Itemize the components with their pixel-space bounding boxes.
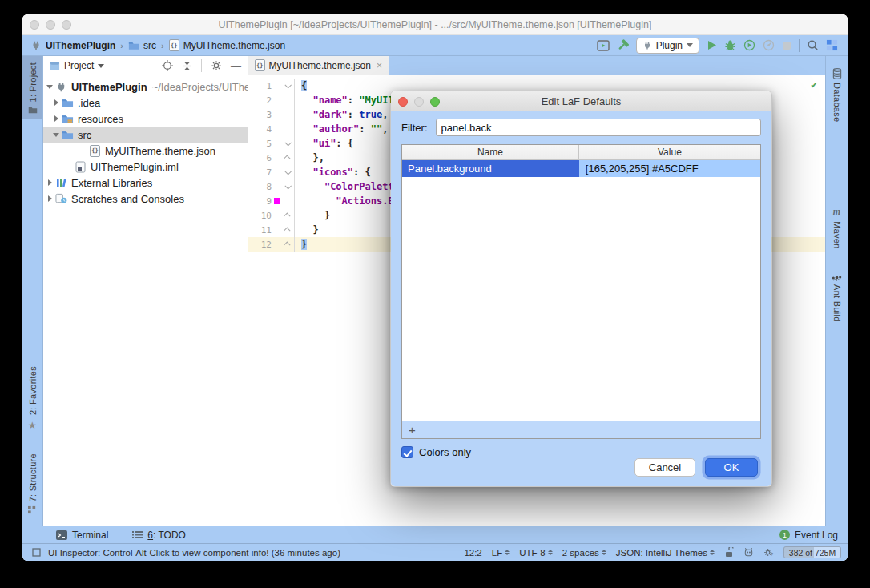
run-with-coverage-button[interactable] — [743, 39, 755, 51]
breadcrumb-src[interactable]: src — [143, 40, 156, 51]
run-configuration-select[interactable]: Plugin — [636, 38, 699, 54]
locate-file-icon[interactable] — [162, 60, 173, 71]
filter-input[interactable] — [436, 119, 762, 136]
colors-only-checkbox[interactable] — [401, 446, 413, 458]
chevron-expanded-icon[interactable] — [45, 85, 54, 89]
project-folder-icon — [28, 106, 38, 114]
gear-icon[interactable] — [211, 60, 222, 71]
editor-gutter[interactable]: 12 — [248, 237, 295, 252]
stop-button[interactable] — [782, 41, 791, 50]
folder-icon — [61, 96, 75, 109]
hide-panel-icon[interactable]: — — [231, 60, 241, 72]
indent-widget[interactable]: 2 spaces — [562, 548, 606, 558]
editor-gutter[interactable]: 11 — [248, 223, 295, 237]
close-tab-icon[interactable]: × — [377, 60, 382, 71]
caret-position-widget[interactable]: 12:2 — [464, 548, 481, 558]
updown-icon — [548, 550, 553, 555]
sidebar-item-maven[interactable]: m Maven — [832, 200, 842, 255]
memory-indicator[interactable]: 382 of 725M — [783, 546, 841, 558]
editor-gutter[interactable]: 7 — [248, 165, 295, 179]
tree-item-external-libraries[interactable]: External Libraries — [43, 175, 248, 191]
sidebar-item-ant-build[interactable]: Ant Build — [832, 268, 842, 328]
close-window-button[interactable] — [30, 20, 39, 30]
fold-marker-icon[interactable] — [283, 83, 292, 88]
terminal-button[interactable]: Terminal — [56, 530, 108, 541]
lock-icon[interactable] — [724, 547, 734, 558]
structure-stripe-label: 7: Structure — [28, 453, 38, 501]
editor-gutter[interactable]: 8 — [248, 179, 295, 194]
editor-tab[interactable]: {} MyUITheme.theme.json × — [248, 56, 389, 75]
fold-marker-icon[interactable] — [283, 141, 292, 146]
editor-gutter[interactable]: 10 — [248, 208, 295, 223]
tree-item--idea[interactable]: .idea — [43, 95, 248, 111]
column-header-name[interactable]: Name — [402, 145, 579, 159]
chevron-collapsed-icon[interactable] — [45, 195, 54, 202]
editor-gutter[interactable]: 3 — [248, 107, 295, 122]
sidebar-item-favorites[interactable]: 2: Favorites ★ — [28, 360, 38, 435]
tree-item-myuitheme-theme-json[interactable]: {}MyUITheme.theme.json — [43, 143, 248, 159]
fold-marker-icon[interactable] — [283, 170, 292, 175]
dialog-zoom-button[interactable] — [430, 97, 440, 107]
build-hammer-icon[interactable] — [617, 39, 629, 51]
highlighting-level-icon[interactable] — [743, 547, 754, 558]
chevron-collapsed-icon[interactable] — [45, 179, 54, 186]
status-message[interactable]: UI Inspector: Control-Alt-Click to view … — [48, 548, 340, 558]
debug-button[interactable] — [724, 39, 736, 51]
minimize-window-button[interactable] — [46, 20, 55, 30]
gear-question-icon[interactable]: ? — [763, 547, 774, 558]
editor-gutter[interactable]: 2 — [248, 93, 295, 107]
encoding-widget[interactable]: UTF-8 — [519, 548, 553, 558]
ok-button[interactable]: OK — [705, 458, 758, 477]
code-text: "ui": { — [295, 138, 353, 149]
chevron-collapsed-icon[interactable] — [51, 99, 61, 106]
collapse-all-icon[interactable] — [182, 61, 192, 71]
color-preview-swatch[interactable] — [273, 198, 281, 204]
zoom-window-button[interactable] — [62, 20, 71, 30]
fold-marker-icon[interactable] — [283, 213, 292, 218]
breadcrumb-file[interactable]: MyUITheme.theme.json — [183, 40, 285, 51]
editor-gutter[interactable]: 9 — [248, 194, 295, 208]
fold-marker-icon[interactable] — [283, 155, 292, 160]
project-view-selector[interactable]: Project — [64, 60, 94, 71]
tree-item-uithemeplugin-iml[interactable]: UIThemePlugin.iml — [43, 159, 248, 175]
editor-gutter[interactable]: 1 — [248, 79, 295, 93]
sidebar-item-structure[interactable]: 7: Structure — [28, 447, 38, 519]
project-tool-window: Project — — [43, 56, 248, 526]
profiler-button[interactable] — [763, 39, 775, 51]
table-row[interactable]: Panel.background [165,205,255] #A5CDFF — [402, 160, 760, 177]
column-header-value[interactable]: Value — [579, 145, 760, 159]
line-number: 6 — [256, 153, 272, 163]
tree-item-scratches-and-consoles[interactable]: Scratches and Consoles — [43, 191, 248, 207]
project-structure-icon[interactable] — [826, 39, 838, 51]
window-title: UIThemePlugin [~/IdeaProjects/UIThemePlu… — [219, 19, 652, 30]
event-log-button[interactable]: 1 Event Log — [779, 530, 838, 541]
table-empty-area[interactable] — [402, 177, 760, 421]
ui-inspector-icon[interactable] — [32, 548, 41, 557]
breadcrumb-project[interactable]: UIThemePlugin — [46, 40, 115, 51]
file-type-widget[interactable]: JSON: IntelliJ Themes — [616, 548, 715, 558]
chevron-collapsed-icon[interactable] — [51, 115, 61, 122]
code-text: } — [295, 239, 307, 250]
tree-item-uithemeplugin[interactable]: UIThemePlugin~/IdeaProjects/UIThemePlugi… — [43, 79, 248, 95]
fold-marker-icon[interactable] — [283, 228, 292, 232]
inspections-ok-icon[interactable]: ✔ — [811, 79, 817, 91]
dialog-close-button[interactable] — [398, 97, 408, 107]
editor-gutter[interactable]: 5 — [248, 136, 295, 151]
tree-item-resources[interactable]: resources — [43, 111, 248, 127]
todo-button[interactable]: 6: TODO — [132, 530, 186, 541]
sidebar-item-project[interactable]: 1: Project — [22, 56, 42, 119]
fold-marker-icon[interactable] — [283, 184, 292, 189]
run-anything-icon[interactable] — [597, 40, 610, 51]
editor-gutter[interactable]: 6 — [248, 151, 295, 165]
cancel-button[interactable]: Cancel — [634, 458, 695, 477]
run-button[interactable] — [707, 40, 717, 50]
add-row-button[interactable]: + — [409, 423, 416, 437]
chevron-expanded-icon[interactable] — [51, 133, 61, 137]
dialog-titlebar[interactable]: Edit LaF Defaults — [391, 91, 771, 111]
tree-item-src[interactable]: src — [43, 127, 248, 143]
line-separator-widget[interactable]: LF — [492, 548, 510, 558]
search-everywhere-icon[interactable] — [807, 39, 819, 51]
fold-marker-icon[interactable] — [283, 242, 292, 247]
sidebar-item-database[interactable]: Database — [832, 62, 842, 128]
editor-gutter[interactable]: 4 — [248, 122, 295, 136]
